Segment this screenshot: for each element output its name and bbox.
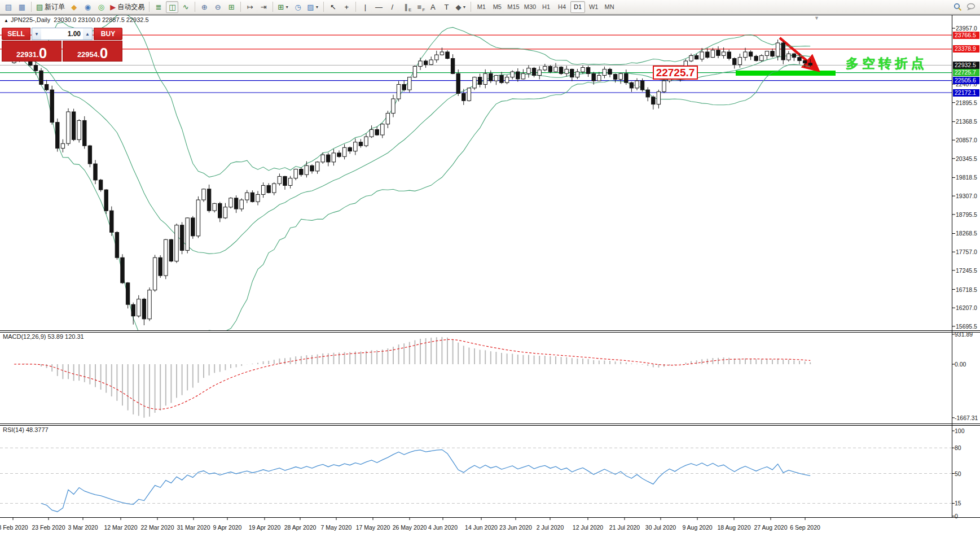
templates-caret-icon: ▼ <box>315 5 319 9</box>
crosshair-icon: + <box>345 3 349 11</box>
signals-button[interactable]: ◎ <box>95 1 107 13</box>
expert-advisors-icon: ◆ <box>71 3 77 11</box>
rsi-line <box>41 449 810 512</box>
volume-stepper: ▼ 1.00 ▲ <box>32 28 93 40</box>
price-level-label: 23766.5 <box>953 32 979 39</box>
charts-list-icon: ▤ <box>5 3 12 11</box>
date-label: 12 Jul 2020 <box>573 524 603 531</box>
chart-canvas[interactable] <box>0 0 980 537</box>
buy-button[interactable]: BUY <box>94 28 122 40</box>
rsi-axis-label: 50 <box>955 470 961 477</box>
text-label-button[interactable]: T <box>440 1 452 13</box>
price-tick-label: 19307.0 <box>956 193 977 199</box>
line-chart-button[interactable]: ∿ <box>179 1 192 13</box>
mql5-community-icon: ◉ <box>85 3 91 11</box>
macd-axis-label: -1667.31 <box>955 414 978 421</box>
candles <box>12 40 812 325</box>
templates-button[interactable]: ▨▼ <box>305 1 320 13</box>
timeframe-d1-button[interactable]: D1 <box>570 1 585 13</box>
cursor-button[interactable]: ↖ <box>327 1 339 13</box>
auto-scroll-button[interactable]: ↦ <box>244 1 256 13</box>
symbol-marker-icon: ▲ <box>4 18 8 23</box>
date-label: 6 Sep 2020 <box>790 524 820 531</box>
timeframe-h4-button[interactable]: H4 <box>555 1 569 13</box>
turning-point-annotation[interactable]: 多空转折点 <box>846 55 928 72</box>
price-tick-label: 20345.5 <box>956 155 977 162</box>
timeframe-w1-button[interactable]: W1 <box>586 1 601 13</box>
timeframe-m5-button[interactable]: M5 <box>490 1 504 13</box>
profiles-clock-button[interactable]: ◷ <box>292 1 304 13</box>
zoom-out-button[interactable]: ⊖ <box>212 1 224 13</box>
timeframe-mn-button[interactable]: MN <box>602 1 617 13</box>
search-button[interactable] <box>951 1 964 13</box>
price-tick-label: 21895.5 <box>956 99 977 106</box>
volume-increase-button[interactable]: ▲ <box>83 28 92 40</box>
buy-price[interactable]: 22954.0 <box>63 41 122 62</box>
sell-button[interactable]: SELL <box>2 28 30 40</box>
data-window-button[interactable]: ▦ <box>16 1 28 13</box>
crosshair-button[interactable]: + <box>340 1 353 13</box>
price-tick-label: 17245.5 <box>956 267 977 274</box>
rsi-axis-label: 100 <box>955 427 965 434</box>
date-label: 12 Mar 2020 <box>104 524 138 531</box>
timeframe-m1-button[interactable]: M1 <box>474 1 489 13</box>
line-chart-icon: ∿ <box>183 3 189 11</box>
support-band[interactable] <box>736 71 836 76</box>
timeframe-h1-button[interactable]: H1 <box>539 1 553 13</box>
price-tick-label: 15695.5 <box>956 323 977 330</box>
expert-advisors-button[interactable]: ◆ <box>68 1 80 13</box>
charts-list-button[interactable]: ▤ <box>2 1 15 13</box>
arrows-button[interactable]: ◆▼ <box>454 1 468 13</box>
horizontal-line-button[interactable]: — <box>372 1 385 13</box>
rsi-axis-label: 15 <box>955 500 961 507</box>
candlestick-chart-button[interactable]: ◫ <box>166 1 178 13</box>
toolbar-separator <box>323 2 324 12</box>
text-button[interactable]: A <box>427 1 439 13</box>
autotrading-label: 自动交易 <box>117 2 144 12</box>
one-click-trade-panel: SELL ▼ 1.00 ▲ BUY 22931.0 22954.0 <box>2 28 122 62</box>
sell-price[interactable]: 22931.0 <box>2 41 61 62</box>
volume-decrease-button[interactable]: ▼ <box>32 28 41 40</box>
fibonacci-button[interactable]: ≡F <box>413 1 425 13</box>
vertical-line-button[interactable]: | <box>359 1 371 13</box>
date-label: 4 Jun 2020 <box>428 524 458 531</box>
toolbar-separator <box>273 2 273 12</box>
equidistant-channel-button[interactable]: ∥E <box>399 1 412 13</box>
new-chart-caret-icon: ▼ <box>285 5 289 9</box>
price-tick-label: 16718.5 <box>956 286 977 293</box>
date-label: 23 Feb 2020 <box>32 524 65 531</box>
new-chart-button[interactable]: ⊞▼ <box>276 1 291 13</box>
date-label: 9 Apr 2020 <box>213 524 242 531</box>
chat-button[interactable] <box>965 1 978 13</box>
price-annotation-box[interactable]: 22725.7 <box>653 66 698 80</box>
volume-input[interactable]: 1.00 <box>41 28 83 40</box>
equidistant-channel-sub-label: E <box>408 7 411 12</box>
sell-price-main: 22931 <box>16 49 37 60</box>
mql5-community-button[interactable]: ◉ <box>81 1 94 13</box>
symbol-period: JPN225-,Daily <box>11 16 50 23</box>
autotrading-button[interactable]: ▶自动交易 <box>108 1 146 13</box>
macd-label: MACD(12,26,9) 53.89 120.31 <box>3 333 84 340</box>
ohlc-values: 23030.0 23100.0 22887.5 22932.5 <box>54 16 148 23</box>
tile-windows-button[interactable]: ⊞ <box>225 1 238 13</box>
chart-title: ▲JPN225-,Daily 23030.0 23100.0 22887.5 2… <box>4 16 149 23</box>
trendline-button[interactable]: / <box>386 1 398 13</box>
text-label-icon: T <box>444 3 449 11</box>
data-window-icon: ▦ <box>19 3 25 11</box>
timeframe-m30-button[interactable]: M30 <box>522 1 538 13</box>
auto-scroll-icon: ↦ <box>247 3 253 11</box>
timeframe-m15-button[interactable]: M15 <box>506 1 521 13</box>
price-tick-label: 23957.0 <box>956 25 977 32</box>
chart-shift-button[interactable]: ⇥ <box>257 1 270 13</box>
sell-price-frac: 0 <box>39 46 47 60</box>
autotrading-icon: ▶ <box>110 3 116 11</box>
date-label: 22 Mar 2020 <box>141 524 174 531</box>
zoom-out-icon: ⊖ <box>215 3 221 11</box>
date-label: 3 Mar 2020 <box>68 524 98 531</box>
bar-chart-button[interactable]: ≣ <box>152 1 165 13</box>
chart-shift-marker-icon[interactable]: ▼ <box>814 15 819 21</box>
new-order-button[interactable]: ▤新订单 <box>34 1 67 13</box>
zoom-in-button[interactable]: ⊕ <box>198 1 210 13</box>
price-level-label: 22172.1 <box>953 89 979 97</box>
equidistant-channel-icon: ∥ <box>404 3 408 11</box>
